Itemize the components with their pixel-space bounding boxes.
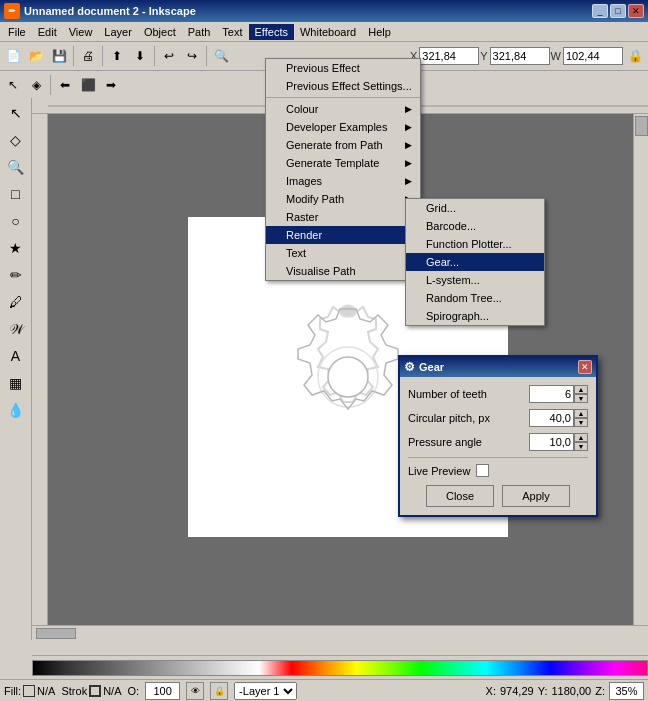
undo-button[interactable]: ↩ [158, 45, 180, 67]
menu-text-fx[interactable]: Text▶ [266, 244, 420, 262]
gear-close-dialog-button[interactable]: Close [426, 485, 494, 507]
pitch-down[interactable]: ▼ [574, 418, 588, 427]
node-tool[interactable]: ◇ [3, 127, 29, 153]
layer-select[interactable]: -Layer 1 [234, 682, 297, 700]
lock-icon[interactable]: 🔒 [624, 45, 646, 67]
select-icon[interactable]: ↖ [2, 74, 24, 96]
menu-text[interactable]: Text [216, 24, 248, 40]
circle-tool[interactable]: ○ [3, 208, 29, 234]
align-left[interactable]: ⬅ [54, 74, 76, 96]
menu-whiteboard[interactable]: Whiteboard [294, 24, 362, 40]
menu-effects[interactable]: Effects [249, 24, 294, 40]
menu-gen-template[interactable]: Generate Template▶ [266, 154, 420, 172]
menu-view[interactable]: View [63, 24, 99, 40]
calligraphy-tool[interactable]: 𝒲 [3, 316, 29, 342]
menu-visualise[interactable]: Visualise Path▶ [266, 262, 420, 280]
scrollbar-vertical[interactable] [633, 114, 648, 640]
minimize-button[interactable]: _ [592, 4, 608, 18]
menu-render[interactable]: Render▶ [266, 226, 420, 244]
sep-effects [266, 97, 420, 98]
menu-dev-examples[interactable]: Developer Examples▶ [266, 118, 420, 136]
menu-lsystem[interactable]: L-system... [406, 271, 544, 289]
zoom-in-button[interactable]: 🔍 [210, 45, 232, 67]
pressure-input[interactable] [529, 433, 574, 451]
y-input[interactable] [490, 47, 550, 65]
scrollbar-horizontal[interactable] [32, 625, 648, 640]
menu-colour[interactable]: Colour▶ [266, 100, 420, 118]
pen-tool[interactable]: 🖊 [3, 289, 29, 315]
menu-spirograph[interactable]: Spirograph... [406, 307, 544, 325]
gear-pitch-row: Circular pitch, px ▲ ▼ [408, 409, 588, 427]
arrow-tool[interactable]: ↖ [3, 100, 29, 126]
eye-icon[interactable]: 👁 [186, 682, 204, 700]
pressure-down[interactable]: ▼ [574, 442, 588, 451]
scroll-thumb-v[interactable] [635, 116, 648, 136]
gradient-tool[interactable]: ▦ [3, 370, 29, 396]
x-coord-label: X: [486, 685, 496, 697]
align-center[interactable]: ⬛ [77, 74, 99, 96]
color-palette[interactable] [32, 660, 648, 676]
opacity-input[interactable] [145, 682, 180, 700]
ruler-vertical [32, 114, 48, 640]
menu-prev-settings[interactable]: Previous Effect Settings... [266, 77, 420, 95]
teeth-down[interactable]: ▼ [574, 394, 588, 403]
menu-raster[interactable]: Raster▶ [266, 208, 420, 226]
print-button[interactable]: 🖨 [77, 45, 99, 67]
menu-grid[interactable]: Grid... [406, 199, 544, 217]
pitch-label: Circular pitch, px [408, 412, 529, 424]
pitch-input[interactable] [529, 409, 574, 427]
close-button[interactable]: ✕ [628, 4, 644, 18]
menu-barcode[interactable]: Barcode... [406, 217, 544, 235]
star-tool[interactable]: ★ [3, 235, 29, 261]
import-button[interactable]: ⬆ [106, 45, 128, 67]
save-button[interactable]: 💾 [48, 45, 70, 67]
menu-gen-path[interactable]: Generate from Path▶ [266, 136, 420, 154]
menu-random-tree[interactable]: Random Tree... [406, 289, 544, 307]
menu-images[interactable]: Images▶ [266, 172, 420, 190]
gear-dialog[interactable]: ⚙ Gear ✕ Number of teeth ▲ ▼ [398, 355, 598, 517]
color-bar [32, 655, 648, 679]
align-right[interactable]: ➡ [100, 74, 122, 96]
redo-button[interactable]: ↪ [181, 45, 203, 67]
open-button[interactable]: 📂 [25, 45, 47, 67]
pressure-spinners[interactable]: ▲ ▼ [574, 433, 588, 451]
new-button[interactable]: 📄 [2, 45, 24, 67]
lock-small-icon[interactable]: 🔒 [210, 682, 228, 700]
teeth-up[interactable]: ▲ [574, 385, 588, 394]
gear-apply-button[interactable]: Apply [502, 485, 570, 507]
node-icon[interactable]: ◈ [25, 74, 47, 96]
menu-gear[interactable]: Gear... [406, 253, 544, 271]
live-preview-checkbox[interactable] [476, 464, 489, 477]
w-input[interactable] [563, 47, 623, 65]
fill-indicator: Fill: N/A [4, 685, 55, 697]
zoom-input[interactable] [609, 682, 644, 700]
pencil-tool[interactable]: ✏ [3, 262, 29, 288]
pitch-spinners[interactable]: ▲ ▼ [574, 409, 588, 427]
dropper-tool[interactable]: 💧 [3, 397, 29, 423]
export-button[interactable]: ⬇ [129, 45, 151, 67]
zoom-label: Z: [595, 685, 605, 697]
teeth-input[interactable] [529, 385, 574, 403]
menu-path[interactable]: Path [182, 24, 217, 40]
maximize-button[interactable]: □ [610, 4, 626, 18]
x-input[interactable] [419, 47, 479, 65]
pressure-up[interactable]: ▲ [574, 433, 588, 442]
render-submenu[interactable]: Grid... Barcode... Function Plotter... G… [405, 198, 545, 326]
menu-modify-path[interactable]: Modify Path▶ [266, 190, 420, 208]
zoom-tool[interactable]: 🔍 [3, 154, 29, 180]
sep3 [154, 46, 155, 66]
menu-prev-effect[interactable]: Previous Effect [266, 59, 420, 77]
menu-func-plotter[interactable]: Function Plotter... [406, 235, 544, 253]
teeth-spinners[interactable]: ▲ ▼ [574, 385, 588, 403]
effects-dropdown[interactable]: Previous Effect Previous Effect Settings… [265, 58, 421, 281]
menu-edit[interactable]: Edit [32, 24, 63, 40]
gear-close-button[interactable]: ✕ [578, 360, 592, 374]
pitch-up[interactable]: ▲ [574, 409, 588, 418]
menu-object[interactable]: Object [138, 24, 182, 40]
rect-tool[interactable]: □ [3, 181, 29, 207]
menu-help[interactable]: Help [362, 24, 397, 40]
text-tool[interactable]: A [3, 343, 29, 369]
scroll-thumb-h[interactable] [36, 628, 76, 639]
menu-layer[interactable]: Layer [98, 24, 138, 40]
menu-file[interactable]: File [2, 24, 32, 40]
